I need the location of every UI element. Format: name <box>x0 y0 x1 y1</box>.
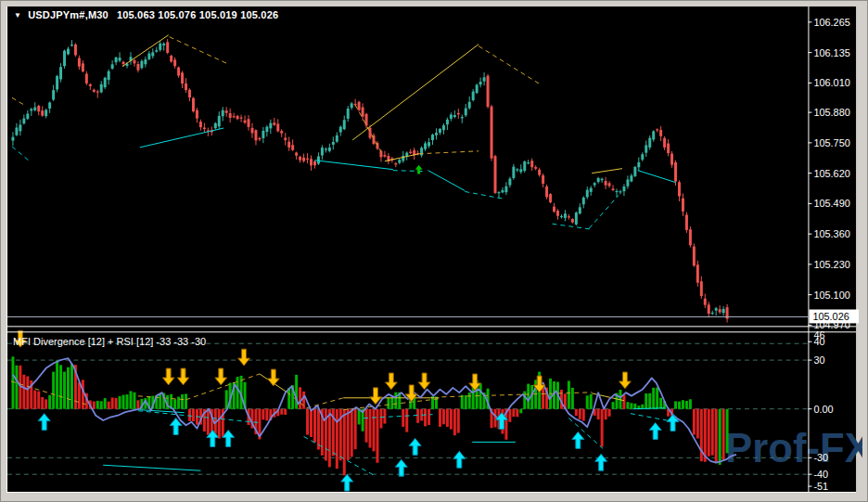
axis-label: 105.620 <box>813 168 849 179</box>
histogram-bar <box>512 409 515 417</box>
candle <box>78 58 81 67</box>
histogram-bar <box>373 409 376 452</box>
histogram-bar <box>394 393 397 409</box>
chart-title-bar: ▼USDJPYm#,M30105.063 105.076 105.019 105… <box>14 9 278 20</box>
candle <box>365 114 368 126</box>
candle <box>487 76 490 107</box>
histogram-bar <box>453 409 456 436</box>
histogram-bar <box>582 409 585 421</box>
candle <box>19 124 21 131</box>
candle <box>616 191 619 192</box>
histogram-bar <box>136 400 139 408</box>
candle <box>276 123 279 131</box>
histogram-bar <box>104 398 107 409</box>
candle <box>115 58 118 62</box>
histogram-bar <box>678 402 681 409</box>
histogram-bar <box>508 409 511 422</box>
candle <box>663 138 666 148</box>
histogram-bar <box>390 397 393 408</box>
histogram-bar <box>63 372 66 409</box>
candle <box>626 179 629 186</box>
candle <box>682 199 684 212</box>
candle <box>465 109 467 116</box>
histogram-bar <box>685 401 688 409</box>
candle <box>229 113 232 118</box>
histogram-bar <box>608 409 611 417</box>
chart-dropdown-icon[interactable]: ▼ <box>14 11 21 19</box>
histogram-bar <box>188 409 191 421</box>
candle <box>497 192 500 193</box>
histogram-bar <box>656 387 658 408</box>
candle <box>203 128 206 130</box>
candle <box>530 161 533 167</box>
candle <box>648 138 651 148</box>
candle <box>82 63 84 71</box>
candle <box>295 152 298 155</box>
candle <box>549 194 552 202</box>
candle <box>59 67 62 79</box>
candle <box>586 190 589 198</box>
candle <box>67 49 70 55</box>
histogram-bar <box>648 393 651 409</box>
candle <box>483 77 486 81</box>
histogram-bar <box>586 395 589 408</box>
histogram-bar <box>674 401 677 408</box>
histogram-bar <box>207 409 210 435</box>
candle <box>398 160 401 162</box>
candle <box>439 129 441 133</box>
candle <box>136 64 139 71</box>
chart-canvas[interactable]: Prof-FX 106.265106.135106.010105.880105.… <box>6 5 862 495</box>
candle <box>678 182 681 196</box>
candle <box>685 214 688 229</box>
candle <box>696 264 699 282</box>
candle <box>622 187 625 191</box>
candle <box>568 216 570 217</box>
histogram-bar <box>465 395 467 409</box>
histogram-bar <box>696 409 699 439</box>
histogram-bar <box>70 364 73 409</box>
candle <box>351 103 353 108</box>
candle <box>22 119 25 123</box>
histogram-bar <box>78 382 81 409</box>
histogram-bar <box>715 409 718 463</box>
candle <box>704 299 707 305</box>
histogram-bar <box>82 380 84 408</box>
candle <box>582 198 585 204</box>
candle <box>722 309 725 313</box>
axis-label: 105.230 <box>813 259 849 270</box>
watermark: Prof-FX <box>725 425 862 470</box>
candle <box>70 45 73 45</box>
histogram-bar <box>516 409 518 418</box>
candle <box>336 135 338 142</box>
histogram-bar <box>328 409 331 468</box>
candle <box>435 133 438 135</box>
histogram-bar <box>571 388 574 409</box>
candle <box>159 44 161 50</box>
histogram-bar <box>262 409 264 420</box>
histogram-bar <box>601 409 604 447</box>
candle <box>597 178 600 182</box>
axis-label: 105.750 <box>813 137 849 148</box>
candle <box>317 156 320 163</box>
histogram-bar <box>59 365 62 408</box>
histogram-bar <box>435 396 438 408</box>
histogram-bar <box>126 394 129 409</box>
histogram-bar <box>173 399 176 408</box>
candle <box>225 110 228 112</box>
candle <box>512 167 515 178</box>
histogram-bar <box>280 409 283 415</box>
candle <box>299 157 301 161</box>
histogram-bar <box>579 409 581 419</box>
candle <box>494 156 497 193</box>
candle <box>173 59 176 66</box>
histogram-bar <box>52 372 55 409</box>
histogram-bar <box>726 409 729 454</box>
candle <box>534 167 537 169</box>
axis-label: -40 <box>813 469 828 480</box>
axis-label: 106.010 <box>813 77 849 88</box>
candle <box>674 162 677 182</box>
histogram-bar <box>358 409 361 425</box>
candle <box>325 148 327 149</box>
histogram-bar <box>133 393 135 409</box>
histogram-bar <box>568 380 570 408</box>
